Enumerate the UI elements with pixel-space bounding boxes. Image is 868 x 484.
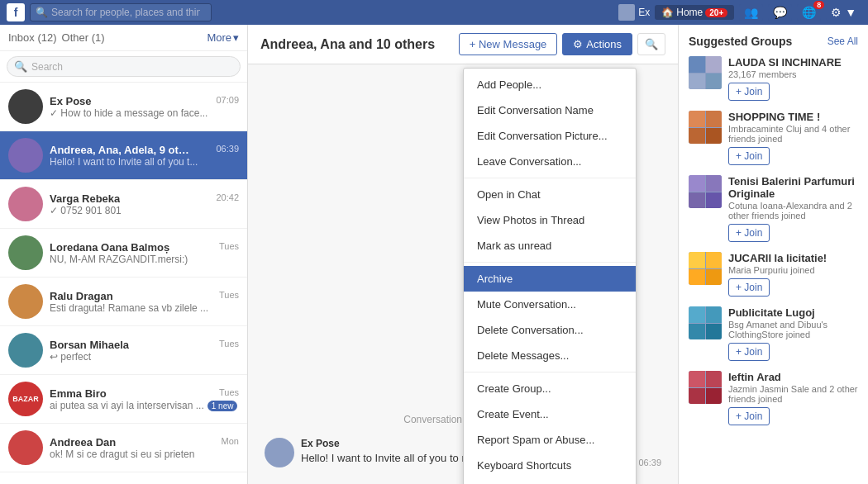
more-button[interactable]: More ▾ — [207, 31, 239, 44]
left-panel: Inbox (12) Other (1) More ▾ 🔍 Ex Pose07:… — [0, 25, 248, 484]
chat-actions: + New Message ⚙ Actions 🔍 — [459, 33, 665, 55]
notifications-icon-button[interactable]: 🌐8 — [797, 4, 821, 21]
message-avatar — [8, 138, 43, 173]
dropdown-item[interactable]: Create Group... — [464, 376, 636, 401]
message-list-item[interactable]: Varga Rebeka20:42✓ 0752 901 801 — [0, 180, 247, 229]
messages-icon-button[interactable]: 💬 — [768, 4, 792, 21]
group-info: JUCARII la licitatie!Maria Purpuriu join… — [728, 252, 858, 297]
dropdown-item[interactable]: Report Spam or Abuse... — [464, 427, 636, 453]
group-meta: Bsg Amanet and Dibuu's ClothingStore joi… — [728, 320, 858, 339]
message-preview: ok! M si ce dragut si eu si prieten — [50, 448, 239, 460]
join-button[interactable]: + Join — [728, 343, 770, 361]
home-label: Home — [676, 7, 703, 18]
new-message-button[interactable]: + New Message — [459, 33, 558, 55]
message-list: Ex Pose07:09✓ How to hide a message on f… — [0, 83, 247, 484]
actions-button[interactable]: ⚙ Actions — [562, 33, 632, 55]
dropdown-item[interactable]: Create Event... — [464, 401, 636, 427]
message-time: 06:39 — [216, 144, 239, 156]
group-item: Ieftin AradJazmin Jasmin Sale and 2 othe… — [689, 371, 858, 425]
message-time: Tues — [219, 290, 239, 302]
home-icon: 🏠 — [661, 7, 674, 18]
message-preview: ai putea sa vi ayi la interservisan ...1… — [50, 400, 239, 411]
top-search-input[interactable] — [51, 7, 200, 18]
message-avatar — [8, 284, 43, 319]
group-avatar — [689, 56, 722, 89]
message-time: 20:42 — [216, 192, 239, 205]
group-info: Tenisi Balerini Parfumuri OriginaleCotun… — [728, 175, 858, 242]
dropdown-item[interactable]: Mute Conversation... — [464, 292, 636, 317]
dropdown-item[interactable]: Delete Conversation... — [464, 317, 636, 343]
group-item: LAUDA SI INCHINARE23,167 members+ Join — [689, 56, 858, 101]
message-list-item[interactable]: Ex Pose07:09✓ How to hide a message on f… — [0, 83, 247, 131]
center-panel: Andreea, Ana and 10 others + New Message… — [248, 25, 678, 484]
group-name: SHOPPING TIME ! — [728, 111, 858, 123]
message-preview: NU, M-AM RAZGANDIT.mersi:) — [50, 254, 239, 265]
dropdown-item[interactable]: View Photos in Thread — [464, 207, 636, 233]
dropdown-item[interactable]: Leave Conversation... — [464, 149, 636, 174]
message-avatar — [8, 235, 43, 270]
settings-icon-button[interactable]: ⚙ ▼ — [826, 4, 861, 21]
group-name: Ieftin Arad — [728, 371, 858, 383]
group-avatar — [689, 175, 722, 208]
friends-icon-button[interactable]: 👥 — [739, 4, 763, 21]
chat-message-time: 06:39 — [638, 458, 661, 467]
dropdown-section: Create Group...Create Event...Report Spa… — [464, 372, 636, 484]
gear-icon: ⚙ — [573, 38, 583, 50]
join-button[interactable]: + Join — [728, 407, 770, 425]
see-all-link[interactable]: See All — [827, 36, 858, 47]
group-meta: Imbracaminte Cluj and 4 other friends jo… — [728, 124, 858, 144]
group-meta: 23,167 members — [728, 69, 858, 79]
nav-user-info: Ex — [618, 4, 650, 21]
group-item: Publicitate LugojBsg Amanet and Dibuu's … — [689, 306, 858, 361]
search-input[interactable] — [31, 61, 213, 73]
top-search-container: 🔍 — [30, 3, 212, 21]
message-list-item[interactable]: BAZAREmma BiroTuesai putea sa vi ayi la … — [0, 375, 247, 424]
dropdown-item[interactable]: Delete Messages... — [464, 343, 636, 368]
group-meta: Maria Purpuriu joined — [728, 265, 858, 275]
suggested-header: Suggested Groups See All — [689, 35, 858, 48]
dropdown-item[interactable]: Feedback — [464, 478, 636, 484]
join-button[interactable]: + Join — [728, 278, 770, 297]
join-button[interactable]: + Join — [728, 83, 770, 101]
group-name: JUCARII la licitatie! — [728, 252, 858, 264]
group-info: LAUDA SI INCHINARE23,167 members+ Join — [728, 56, 858, 101]
facebook-logo: f — [7, 3, 25, 21]
message-list-item[interactable]: Andreea, Ana, Adela, 9 others06:39Hello!… — [0, 131, 247, 180]
chat-message-avatar — [265, 438, 294, 467]
message-preview: ↩ perfect — [50, 351, 239, 363]
dropdown-item[interactable]: Open in Chat — [464, 182, 636, 207]
new-message-badge: 1 new — [207, 401, 238, 411]
message-avatar: BAZAR — [8, 382, 43, 416]
dropdown-item[interactable]: Mark as unread — [464, 233, 636, 259]
dropdown-item[interactable]: Edit Conversation Name — [464, 97, 636, 123]
message-avatar — [8, 333, 43, 368]
message-list-item[interactable]: Borsan MihaelaTues↩ perfect — [0, 326, 247, 375]
join-button[interactable]: + Join — [728, 224, 770, 242]
dropdown-item[interactable]: Archive — [464, 266, 636, 292]
chat-search-button[interactable]: 🔍 — [637, 33, 665, 55]
message-list-item[interactable]: Ralu DraganTuesEsti draguta! Ramane sa v… — [0, 278, 247, 326]
group-item: JUCARII la licitatie!Maria Purpuriu join… — [689, 252, 858, 297]
dropdown-item[interactable]: Add People... — [464, 72, 636, 97]
message-list-item[interactable]: Loredana Oana BalmoșTuesNU, M-AM RAZGAND… — [0, 229, 247, 278]
inbox-tab[interactable]: Inbox (12) — [8, 31, 57, 44]
message-body: Borsan MihaelaTues↩ perfect — [50, 339, 239, 363]
top-nav: f 🔍 Ex 🏠 Home 20+ 👥 💬 🌐8 ⚙ ▼ — [0, 0, 868, 25]
group-meta: Jazmin Jasmin Sale and 2 other friends j… — [728, 384, 858, 404]
group-avatar — [689, 306, 722, 339]
groups-list: LAUDA SI INCHINARE23,167 members+ JoinSH… — [689, 56, 858, 425]
other-tab[interactable]: Other (1) — [62, 31, 105, 44]
message-body: Andreea DanMonok! M si ce dragut si eu s… — [50, 436, 239, 460]
message-sender-name: Borsan Mihaela — [50, 339, 129, 351]
message-body: Emma BiroTuesai putea sa vi ayi la inter… — [50, 387, 239, 411]
home-button[interactable]: 🏠 Home 20+ — [655, 5, 734, 20]
join-button[interactable]: + Join — [728, 147, 770, 165]
inbox-label: Inbox — [8, 31, 35, 44]
group-name: Publicitate Lugoj — [728, 306, 858, 319]
chat-header: Andreea, Ana and 10 others + New Message… — [248, 25, 678, 64]
group-name: LAUDA SI INCHINARE — [728, 56, 858, 69]
dropdown-item[interactable]: Keyboard Shortcuts — [464, 453, 636, 478]
group-item: Tenisi Balerini Parfumuri OriginaleCotun… — [689, 175, 858, 242]
dropdown-item[interactable]: Edit Conversation Picture... — [464, 123, 636, 149]
message-list-item[interactable]: Andreea DanMonok! M si ce dragut si eu s… — [0, 424, 247, 472]
